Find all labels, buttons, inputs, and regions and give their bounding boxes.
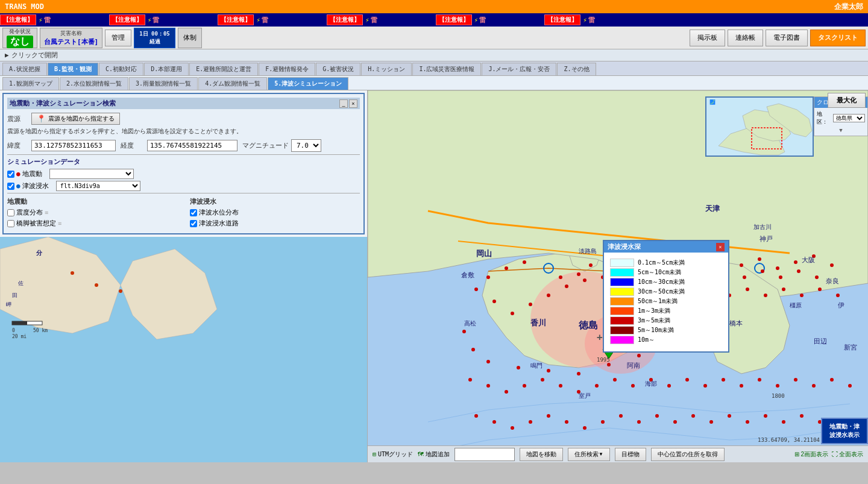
bulletin-button[interactable]: 掲示板 — [690, 30, 725, 46]
lat-label: 緯度 — [7, 141, 31, 150]
bridge-checkbox[interactable] — [7, 220, 14, 227]
add-map-btn[interactable]: 🗺 地図追加 — [418, 450, 450, 459]
legend-item-7: 3m～5m未満 — [610, 316, 722, 325]
alert-text: 雷 — [479, 16, 532, 25]
svg-text:阿南: 阿南 — [627, 362, 640, 369]
svg-text:天津: 天津 — [705, 204, 720, 213]
earthquake-button[interactable]: 地震動・津 波浸水表示 — [821, 418, 868, 444]
svg-text:大阪: 大阪 — [802, 256, 815, 264]
svg-point-25 — [559, 275, 562, 279]
click-open-bar[interactable]: ▶ クリックで開閉 — [0, 49, 868, 61]
road-row: 津波浸水道路 — [190, 219, 360, 228]
tab1-hinanjouhou[interactable]: F.避難情報発令 — [259, 63, 315, 75]
tab1-other[interactable]: Z.その他 — [557, 63, 596, 75]
tab1-mission[interactable]: H.ミッション — [361, 63, 412, 75]
water-level-row: 津波水位分布 — [190, 208, 360, 217]
legend-title: 津波浸水深 × — [604, 241, 728, 253]
svg-point-69 — [637, 354, 641, 357]
intensity-checkbox[interactable] — [7, 209, 14, 216]
jishin-sub-label: 地震動 — [7, 197, 178, 206]
library-button[interactable]: 電子図書 — [766, 30, 808, 46]
left-bottom-map: 0 50 km 20 mi 分 佐 田 岬 — [0, 237, 367, 462]
tasklist-button[interactable]: タスクリスト — [810, 30, 866, 46]
utm-btn[interactable]: ⊞ UTMグリッド — [373, 450, 413, 459]
intensity-label[interactable]: 震度分布 ≡ — [7, 208, 48, 217]
jishin-label: 地震動 — [22, 169, 42, 178]
magnitude-label: マグニチュード — [242, 141, 289, 150]
bridge-label[interactable]: 橋脚被害想定 ≡ — [7, 219, 61, 228]
svg-point-116 — [728, 414, 731, 418]
fullscreen-button[interactable]: ⛶ 全面表示 — [832, 450, 863, 459]
svg-point-91 — [667, 384, 671, 388]
map-area[interactable]: 最大化 + + — [368, 90, 868, 462]
address-label: 住所検索 — [574, 450, 599, 459]
address-search-input[interactable] — [454, 448, 515, 461]
svg-point-85 — [559, 384, 562, 388]
alert-text: 雷 — [153, 16, 206, 25]
manage-button[interactable]: 管理 — [105, 30, 131, 46]
lat-input[interactable] — [31, 140, 116, 151]
tsunami-select[interactable]: flt.N3div9a — [56, 181, 140, 191]
dialog-close[interactable]: × — [349, 99, 357, 108]
status-label: 発令状況 — [9, 28, 31, 36]
magnitude-select[interactable]: 7.0 6.0 8.0 — [291, 139, 321, 152]
address-button[interactable]: 住所検索 ▼ — [568, 448, 610, 461]
legend-close-button[interactable]: × — [716, 243, 725, 251]
dialog-minimize[interactable]: _ — [339, 99, 348, 108]
alert-item: 【注意報】 ⚡ 雷 — [327, 14, 424, 25]
jishin-checkbox[interactable] — [7, 171, 14, 178]
svg-text:田: 田 — [12, 292, 17, 298]
landmark-button[interactable]: 目標物 — [615, 448, 646, 461]
tab1-shodo[interactable]: C.初動対応 — [99, 63, 143, 75]
toolbar-right: 掲示板 連絡帳 電子図書 タスクリスト — [690, 30, 866, 46]
jishin-checkbox-label[interactable]: ● 地震動 — [7, 169, 42, 178]
disaster-box: 災害名称 台風テスト[本番] — [40, 28, 102, 48]
tab1-hinan[interactable]: E.避難所開設と運営 — [189, 63, 258, 75]
tab1-higai[interactable]: G.被害状況 — [316, 63, 360, 75]
tab2-tsunami[interactable]: 5.津波シミュレーション — [268, 77, 348, 90]
tab2-rain[interactable]: 3.雨量観測情報一覧 — [129, 77, 198, 90]
water-level-label[interactable]: 津波水位分布 — [190, 208, 239, 217]
seimei-label: 体制 — [183, 33, 197, 42]
svg-text:倉敷: 倉敷 — [461, 271, 474, 279]
tsunami-checkbox-label[interactable]: ● 津波浸水 — [7, 181, 49, 190]
tab1-kanshi[interactable]: B.監視・観測 — [48, 63, 98, 75]
svg-point-79 — [836, 294, 840, 297]
svg-text:徳島: 徳島 — [578, 319, 598, 331]
legend-item-9: 10m～ — [610, 336, 722, 344]
svg-point-114 — [691, 414, 695, 418]
svg-text:神戸: 神戸 — [760, 235, 773, 243]
tab1-honbu[interactable]: D.本部運用 — [144, 63, 189, 75]
road-label[interactable]: 津波浸水道路 — [190, 219, 239, 228]
move-button[interactable]: 地図を移動 — [520, 448, 563, 461]
road-checkbox[interactable] — [190, 220, 197, 227]
left-panel: 地震動・津波シミュレーション検索 _ × 震源 📍 震源を地図から指定する 震源… — [0, 90, 368, 462]
lng-input[interactable] — [147, 140, 237, 151]
split-icon: ⊞ — [794, 451, 799, 457]
maximize-button[interactable]: 最大化 — [828, 93, 866, 108]
svg-point-93 — [703, 384, 707, 388]
jishin-select[interactable] — [49, 169, 134, 179]
tsunami-label: 津波浸水 — [22, 181, 49, 190]
water-level-checkbox[interactable] — [190, 209, 197, 216]
map-select-button[interactable]: 📍 震源を地図から指定する — [31, 113, 120, 125]
tsunami-checkbox[interactable] — [7, 183, 14, 190]
tab2-dam[interactable]: 4.ダム観測情報一覧 — [198, 77, 267, 90]
region-select[interactable]: 徳島県 — [833, 114, 865, 122]
tab1-mail[interactable]: J.メール・広報・安否 — [482, 63, 556, 75]
tab1-iryou[interactable]: I.広域災害医療情報 — [412, 63, 481, 75]
split-view-button[interactable]: ⊞ 2画面表示 — [794, 450, 828, 459]
svg-point-63 — [471, 348, 475, 351]
tab1-jokyo[interactable]: A.状況把握 — [2, 63, 47, 75]
seimei-box[interactable]: 体制 — [178, 28, 202, 48]
tab2-water[interactable]: 2.水位観測情報一覧 — [60, 77, 128, 90]
chronolo-body: 地区： 徳島県 ▼ — [814, 108, 867, 136]
contact-button[interactable]: 連絡帳 — [728, 30, 763, 46]
center-button[interactable]: 中心位置の住所を取得 — [651, 448, 725, 461]
svg-point-44 — [511, 312, 514, 315]
svg-point-37 — [758, 257, 761, 261]
legend-item-5: 50cm～1m未満 — [610, 297, 722, 306]
app-title: TRANS MOD — [5, 2, 44, 11]
svg-text:1995: 1995 — [597, 357, 610, 363]
tab2-map[interactable]: 1.観測所マップ — [2, 77, 59, 90]
